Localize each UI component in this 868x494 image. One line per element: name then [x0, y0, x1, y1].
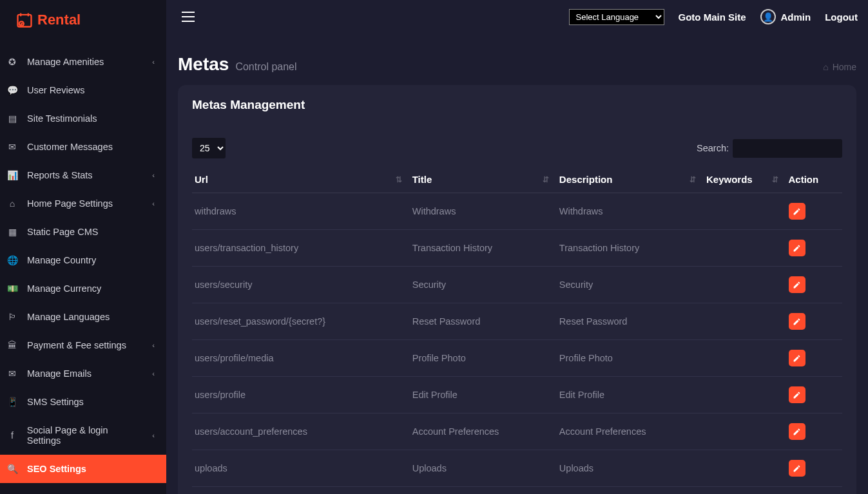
cell-title: Your Trips: [410, 487, 557, 495]
table-row: users/securitySecuritySecurity: [192, 267, 842, 303]
sidebar-item-manage-currency[interactable]: 💵Manage Currency: [0, 274, 166, 303]
cell-url: withdraws: [192, 193, 410, 230]
nav-icon: 🌐: [6, 255, 18, 265]
nav-label: Manage Country: [27, 255, 96, 265]
edit-button[interactable]: [789, 240, 805, 256]
sidebar-item-customer-messages[interactable]: ✉Customer Messages: [0, 133, 166, 161]
sidebar-item-seo-settings[interactable]: 🔍SEO Settings: [0, 455, 166, 483]
edit-button[interactable]: [789, 386, 805, 403]
nav-label: Payment & Fee settings: [27, 340, 126, 350]
search-input[interactable]: [733, 139, 842, 158]
table-row: trips/activeYour TripsYour Trips: [192, 487, 842, 495]
sidebar-item-site-testimonials[interactable]: ▤Site Testimonials: [0, 104, 166, 133]
table-row: withdrawsWithdrawsWithdraws: [192, 193, 842, 230]
language-select[interactable]: Select Language: [569, 9, 664, 25]
sidebar-item-sms-settings[interactable]: 📱SMS Settings: [0, 388, 166, 416]
cell-keywords: [704, 267, 786, 303]
cell-keywords: [704, 450, 786, 487]
avatar-icon: 👤: [760, 9, 776, 24]
col-keywords[interactable]: Keywords⇵: [704, 166, 786, 193]
sidebar-item-user-reviews[interactable]: 💬User Reviews: [0, 76, 166, 104]
edit-button[interactable]: [789, 313, 805, 330]
edit-button[interactable]: [789, 350, 805, 366]
cell-keywords: [704, 230, 786, 267]
sidebar-item-manage-languages[interactable]: 🏳Manage Languages: [0, 303, 166, 331]
chevron-left-icon: ‹: [152, 171, 155, 179]
edit-button[interactable]: [789, 423, 805, 440]
panel-title: Metas Management: [192, 98, 842, 112]
page-title: Metas: [178, 54, 229, 75]
sort-icon: ⇅: [396, 175, 402, 184]
nav-label: Manage Emails: [27, 368, 92, 379]
username: Admin: [781, 12, 811, 23]
chevron-left-icon: ‹: [152, 200, 155, 207]
sidebar-item-manage-amenities[interactable]: ✪Manage Amenities‹: [0, 48, 166, 76]
cell-title: Profile Photo: [410, 340, 557, 377]
cell-keywords: [704, 377, 786, 413]
col-action: Action: [786, 166, 843, 193]
chevron-left-icon: ‹: [152, 432, 155, 439]
cell-title: Transaction History: [410, 230, 557, 267]
cell-description: Your Trips: [557, 487, 704, 495]
menu-toggle-icon[interactable]: [182, 12, 195, 22]
sidebar-item-home-page-settings[interactable]: ⌂Home Page Settings‹: [0, 189, 166, 218]
table-row: uploadsUploadsUploads: [192, 450, 842, 487]
nav-icon: ▦: [6, 227, 18, 237]
cell-description: Profile Photo: [557, 340, 704, 377]
cell-description: Withdraws: [557, 193, 704, 230]
metas-panel: Metas Management 25 Search: Url⇅Title⇵De…: [178, 85, 856, 494]
goto-main-site-link[interactable]: Goto Main Site: [679, 12, 746, 23]
cell-url: users/profile: [192, 377, 410, 413]
user-menu[interactable]: 👤 Admin: [760, 9, 811, 24]
nav-icon: 🔍: [6, 464, 18, 474]
page-size-select[interactable]: 25: [192, 138, 226, 158]
nav-icon: 📊: [6, 170, 18, 180]
metas-table: Url⇅Title⇵Description⇵Keywords⇵Action wi…: [192, 166, 842, 494]
col-title[interactable]: Title⇵: [410, 166, 557, 193]
nav-icon: 💵: [6, 283, 18, 294]
nav-label: User Reviews: [27, 85, 84, 95]
logout-link[interactable]: Logout: [825, 12, 858, 23]
cell-description: Reset Password: [557, 303, 704, 340]
sidebar-item-reports-stats[interactable]: 📊Reports & Stats‹: [0, 161, 166, 189]
col-url[interactable]: Url⇅: [192, 166, 410, 193]
sidebar-nav: ✪Manage Amenities‹💬User Reviews▤Site Tes…: [0, 40, 166, 494]
topbar: Select Language Goto Main Site 👤 Admin L…: [166, 0, 868, 33]
col-description[interactable]: Description⇵: [557, 166, 704, 193]
breadcrumb[interactable]: ⌂ Home: [823, 62, 856, 72]
nav-icon: f: [6, 430, 18, 441]
nav-label: Manage Currency: [27, 283, 101, 294]
edit-button[interactable]: [789, 276, 805, 293]
cell-description: Edit Profile: [557, 377, 704, 413]
brand-text: Rental: [37, 12, 81, 28]
cell-url: users/profile/media: [192, 340, 410, 377]
sidebar-item-manage-country[interactable]: 🌐Manage Country: [0, 246, 166, 274]
cell-title: Withdraws: [410, 193, 557, 230]
chevron-left-icon: ‹: [152, 341, 155, 349]
cell-url: trips/active: [192, 487, 410, 495]
cell-url: users/transaction_history: [192, 230, 410, 267]
nav-icon: ✉: [6, 142, 18, 152]
logo[interactable]: Rental: [0, 0, 166, 40]
sidebar-item-manage-emails[interactable]: ✉Manage Emails‹: [0, 359, 166, 388]
nav-label: Static Page CMS: [27, 227, 98, 237]
sort-icon: ⇵: [772, 175, 778, 184]
cell-keywords: [704, 487, 786, 495]
edit-button[interactable]: [789, 460, 805, 477]
sort-icon: ⇵: [690, 175, 696, 184]
nav-icon: ✪: [6, 57, 18, 67]
chevron-left-icon: ‹: [152, 370, 155, 377]
edit-button[interactable]: [789, 203, 805, 220]
sidebar-item-social-page-login-settings[interactable]: fSocial Page & login Settings‹: [0, 416, 166, 455]
sidebar: Rental ✪Manage Amenities‹💬User Reviews▤S…: [0, 0, 166, 494]
cell-keywords: [704, 340, 786, 377]
nav-icon: 🏛: [6, 340, 18, 350]
nav-label: Home Page Settings: [27, 198, 113, 209]
cell-description: Security: [557, 267, 704, 303]
cell-title: Security: [410, 267, 557, 303]
nav-label: Reports & Stats: [27, 170, 93, 180]
sidebar-item-static-page-cms[interactable]: ▦Static Page CMS: [0, 218, 166, 246]
sidebar-item-payment-fee-settings[interactable]: 🏛Payment & Fee settings‹: [0, 331, 166, 359]
cell-url: users/reset_password/{secret?}: [192, 303, 410, 340]
cell-keywords: [704, 413, 786, 450]
